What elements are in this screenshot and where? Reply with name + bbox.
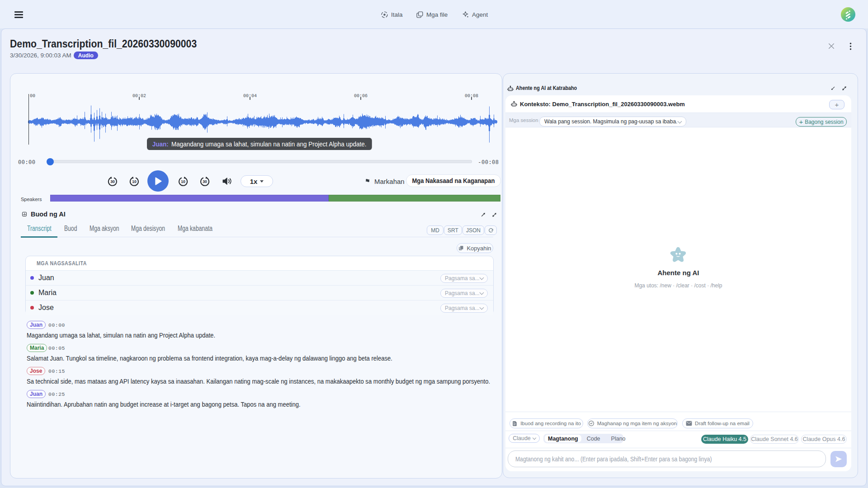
svg-text:30: 30	[203, 179, 207, 183]
svg-text:10: 10	[181, 179, 185, 183]
svg-text:10: 10	[132, 179, 137, 183]
svg-text:30: 30	[110, 179, 115, 183]
